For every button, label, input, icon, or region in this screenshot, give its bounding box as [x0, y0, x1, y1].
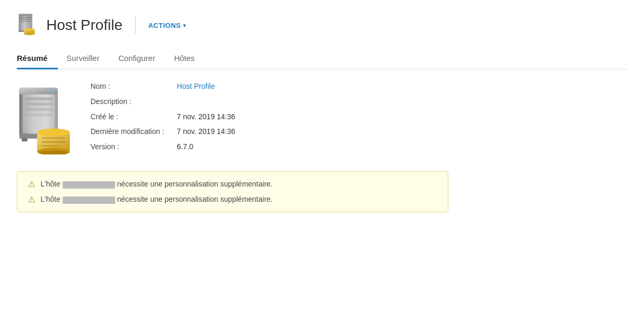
- tab-resume[interactable]: Résumé: [17, 48, 58, 69]
- actions-label: ACTIONS: [148, 22, 181, 29]
- warning-text-2: L'hôte nécessite une personnalisation su…: [41, 195, 273, 203]
- svg-point-12: [24, 28, 35, 31]
- description-label: Description :: [90, 97, 164, 106]
- tabs-nav: Résumé Surveiller Configurer Hôtes: [17, 48, 627, 69]
- svg-point-21: [51, 89, 54, 92]
- svg-point-13: [24, 33, 35, 35]
- cree-label: Créé le :: [90, 112, 164, 121]
- warning-icon-1: ⚠: [28, 179, 35, 189]
- cree-value: 7 nov. 2019 14:36: [177, 112, 235, 121]
- tab-configurer[interactable]: Configurer: [118, 48, 166, 69]
- warning-text-1: L'hôte nécessite une personnalisation su…: [41, 180, 273, 188]
- svg-point-29: [37, 129, 70, 137]
- content-area: Nom : Host Profile Description : Créé le…: [17, 82, 627, 154]
- svg-rect-3: [21, 19, 31, 20]
- version-label: Version :: [90, 142, 164, 151]
- modification-value: 7 nov. 2019 14:36: [177, 127, 235, 136]
- page-header: Host Profile ACTIONS ▾: [17, 13, 627, 38]
- svg-rect-18: [26, 102, 54, 106]
- title-group: Host Profile: [17, 13, 123, 38]
- warning-row-2: ⚠ L'hôte nécessite une personnalisation …: [28, 194, 437, 204]
- actions-button[interactable]: ACTIONS ▾: [148, 22, 186, 29]
- svg-point-5: [29, 15, 31, 16]
- warning-box: ⚠ L'hôte nécessite une personnalisation …: [17, 171, 448, 212]
- svg-rect-20: [26, 113, 54, 116]
- tab-surveiller[interactable]: Surveiller: [66, 48, 110, 69]
- modification-label: Dernière modification :: [90, 127, 164, 136]
- svg-rect-2: [21, 17, 31, 18]
- chevron-down-icon: ▾: [183, 23, 186, 28]
- page-title: Host Profile: [46, 17, 123, 34]
- version-value: 6.7.0: [177, 142, 235, 151]
- warning-icon-2: ⚠: [28, 194, 35, 204]
- details-table: Nom : Host Profile Description : Créé le…: [90, 82, 235, 154]
- svg-point-31: [39, 151, 68, 154]
- profile-composite-icon: [17, 86, 75, 154]
- nom-label: Nom :: [90, 82, 164, 90]
- nom-value: Host Profile: [177, 82, 235, 90]
- profile-icon-area: [17, 82, 90, 154]
- svg-rect-4: [21, 21, 31, 22]
- svg-rect-23: [22, 138, 27, 141]
- warning-row-1: ⚠ L'hôte nécessite une personnalisation …: [28, 179, 437, 189]
- svg-rect-17: [26, 97, 54, 100]
- svg-rect-19: [26, 108, 54, 111]
- header-divider: [135, 17, 136, 34]
- tab-hotes[interactable]: Hôtes: [174, 48, 205, 69]
- host-profile-icon: [17, 13, 40, 38]
